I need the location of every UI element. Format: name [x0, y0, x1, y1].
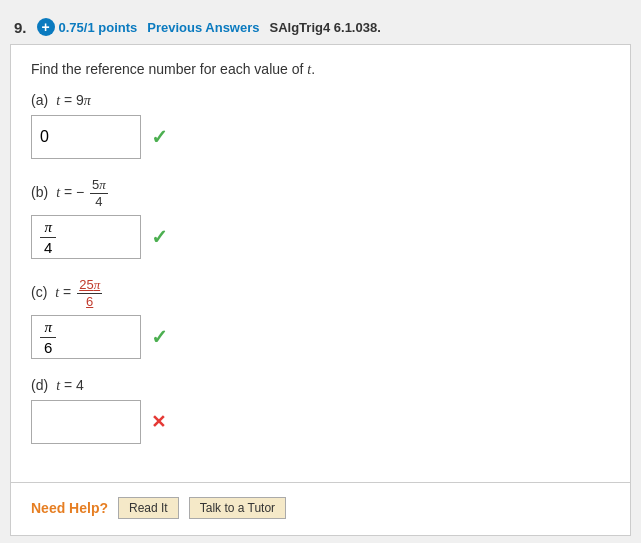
read-it-button[interactable]: Read It: [118, 497, 179, 519]
part-c-fraction-den: 6: [84, 294, 95, 310]
part-c-equation: t = 25π 6: [55, 277, 104, 309]
part-d-status: ✕: [151, 411, 166, 433]
part-b-answer-row: π 4 ✓: [31, 215, 610, 259]
part-b-fraction-num: 5π: [90, 177, 108, 194]
part-c-status: ✓: [151, 325, 168, 349]
part-b-answer-box[interactable]: π 4: [31, 215, 141, 259]
need-help-section: Need Help? Read It Talk to a Tutor: [10, 483, 631, 536]
part-b-label: (b) t = − 5π 4: [31, 177, 610, 209]
part-a-status: ✓: [151, 125, 168, 149]
part-a-answer-row: 0 ✓: [31, 115, 610, 159]
question-number: 9.: [14, 19, 27, 36]
part-c-letter: (c): [31, 284, 47, 300]
part-c-label: (c) t = 25π 6: [31, 277, 610, 309]
t-variable: t: [307, 62, 311, 77]
question-body: Find the reference number for each value…: [10, 44, 631, 483]
part-b-fraction-den: 4: [93, 194, 104, 210]
part-b-letter: (b): [31, 184, 48, 200]
part-d-equation: t = 4: [56, 377, 84, 394]
part-b-answer-num: π: [40, 217, 56, 239]
question-header: 9. + 0.75/1 points Previous Answers SAlg…: [10, 10, 631, 44]
part-c-fraction: 25π 6: [77, 277, 102, 309]
plus-icon: +: [37, 18, 55, 36]
part-c-answer-den: 6: [40, 338, 56, 358]
part-d-label: (d) t = 4: [31, 377, 610, 394]
part-a-letter: (a): [31, 92, 48, 108]
points-badge: + 0.75/1 points: [37, 18, 138, 36]
prev-answers-link[interactable]: Previous Answers: [147, 20, 259, 35]
part-a-answer-box[interactable]: 0: [31, 115, 141, 159]
part-b-fraction: 5π 4: [90, 177, 108, 209]
question-text: Find the reference number for each value…: [31, 61, 610, 78]
part-c: (c) t = 25π 6 π 6 ✓: [31, 277, 610, 359]
part-c-answer-row: π 6 ✓: [31, 315, 610, 359]
part-b-answer-fraction: π 4: [40, 217, 56, 258]
part-d-letter: (d): [31, 377, 48, 393]
part-b-status: ✓: [151, 225, 168, 249]
part-c-answer-fraction: π 6: [40, 317, 56, 358]
part-d: (d) t = 4 ✕: [31, 377, 610, 444]
question-id: SAlgTrig4 6.1.038.: [270, 20, 381, 35]
points-value: 0.75/1 points: [59, 20, 138, 35]
part-b-answer-den: 4: [40, 238, 56, 258]
part-d-answer-box[interactable]: [31, 400, 141, 444]
part-a-answer-value: 0: [40, 128, 49, 146]
talk-to-tutor-button[interactable]: Talk to a Tutor: [189, 497, 286, 519]
part-d-answer-row: ✕: [31, 400, 610, 444]
part-b: (b) t = − 5π 4 π 4 ✓: [31, 177, 610, 259]
part-c-answer-num: π: [40, 317, 56, 339]
part-a-equation: t = 9π: [56, 92, 91, 109]
need-help-label: Need Help?: [31, 500, 108, 516]
part-c-answer-box[interactable]: π 6: [31, 315, 141, 359]
part-a-label: (a) t = 9π: [31, 92, 610, 109]
part-b-equation: t = − 5π 4: [56, 177, 110, 209]
page-container: 9. + 0.75/1 points Previous Answers SAlg…: [10, 10, 631, 536]
part-a: (a) t = 9π 0 ✓: [31, 92, 610, 159]
part-c-fraction-num: 25π: [77, 277, 102, 294]
